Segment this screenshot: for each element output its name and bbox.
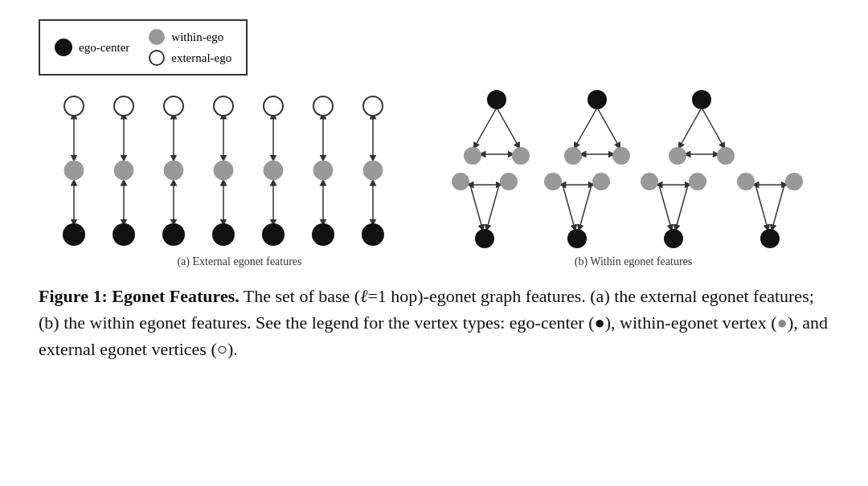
within-ego-label: within-ego — [171, 31, 223, 44]
svg-point-74 — [737, 173, 755, 190]
svg-point-45 — [564, 147, 582, 165]
svg-point-22 — [264, 96, 283, 116]
external-egonet-svg — [47, 90, 432, 251]
svg-line-53 — [470, 185, 482, 228]
caption-b: (b) Within egonet features — [575, 255, 693, 268]
svg-point-3 — [64, 161, 84, 180]
svg-point-44 — [588, 90, 607, 109]
svg-point-69 — [689, 173, 706, 190]
svg-point-9 — [113, 223, 135, 246]
svg-point-56 — [452, 173, 469, 190]
legend-right-col: within-ego external-ego — [149, 29, 231, 66]
svg-line-65 — [659, 185, 671, 228]
svg-point-27 — [313, 96, 333, 116]
svg-point-75 — [785, 173, 803, 190]
svg-line-42 — [597, 108, 619, 146]
svg-point-24 — [262, 223, 285, 246]
svg-point-19 — [212, 223, 235, 246]
svg-point-58 — [475, 229, 494, 248]
svg-line-60 — [579, 185, 592, 228]
svg-line-72 — [772, 185, 784, 228]
svg-point-2 — [64, 96, 84, 116]
svg-point-14 — [162, 223, 185, 246]
legend-within-ego: within-ego — [149, 29, 231, 45]
svg-point-38 — [487, 90, 506, 109]
svg-point-76 — [760, 229, 780, 248]
svg-point-29 — [312, 223, 334, 246]
svg-point-52 — [717, 147, 735, 165]
svg-point-23 — [264, 161, 283, 180]
svg-line-59 — [563, 185, 575, 228]
diagram-section-a: (a) External egonet features — [39, 90, 440, 268]
svg-point-64 — [567, 229, 587, 248]
diagram-section-b: (b) Within egonet features — [440, 90, 826, 268]
svg-line-47 — [680, 108, 702, 146]
svg-point-13 — [164, 161, 183, 180]
svg-point-28 — [313, 161, 333, 180]
svg-point-51 — [669, 147, 686, 165]
ego-center-icon — [55, 39, 72, 56]
svg-line-35 — [475, 108, 497, 146]
svg-line-48 — [702, 108, 723, 146]
svg-point-4 — [63, 223, 85, 246]
within-ego-icon — [149, 29, 165, 45]
svg-point-68 — [641, 173, 658, 190]
within-egonet-svg — [448, 90, 818, 251]
svg-point-46 — [612, 147, 630, 165]
svg-point-40 — [512, 147, 530, 165]
svg-point-12 — [164, 96, 183, 116]
svg-line-36 — [497, 108, 518, 146]
svg-point-62 — [544, 173, 562, 190]
svg-point-70 — [664, 229, 683, 248]
svg-line-66 — [676, 185, 688, 228]
svg-line-41 — [575, 108, 597, 146]
external-ego-label: external-ego — [171, 51, 231, 65]
svg-point-33 — [363, 161, 383, 180]
svg-point-39 — [464, 147, 481, 165]
legend-ego-center: ego-center — [55, 39, 129, 56]
svg-point-57 — [500, 173, 518, 190]
svg-line-71 — [755, 185, 768, 228]
figure-number: Figure 1: Egonet Features. — [39, 286, 240, 306]
ego-center-label: ego-center — [79, 41, 129, 55]
svg-line-54 — [487, 185, 499, 228]
svg-point-17 — [214, 96, 233, 116]
external-ego-icon — [149, 50, 165, 66]
svg-point-7 — [114, 96, 133, 116]
svg-point-18 — [214, 161, 233, 180]
svg-point-8 — [114, 161, 133, 180]
legend: ego-center within-ego external-ego — [39, 19, 248, 76]
diagrams-row: (a) External egonet features — [39, 90, 829, 268]
svg-point-63 — [592, 173, 610, 190]
figure-caption: Figure 1: Egonet Features. The set of ba… — [39, 283, 829, 362]
svg-point-34 — [362, 223, 384, 246]
caption-a: (a) External egonet features — [177, 255, 301, 268]
svg-point-50 — [692, 90, 711, 109]
svg-point-32 — [363, 96, 383, 116]
legend-external-ego: external-ego — [149, 50, 231, 66]
